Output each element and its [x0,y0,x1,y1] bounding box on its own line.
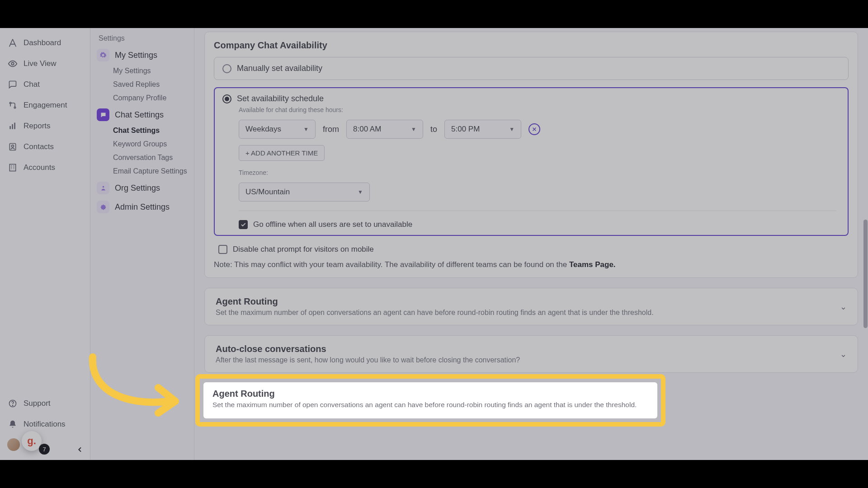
add-another-time-button[interactable]: + ADD ANOTHER TIME [239,145,325,161]
availability-option-schedule[interactable]: Set availability schedule Available for … [214,87,849,236]
nav-label: Live View [24,59,56,68]
recorder-count-badge: 7 [39,444,50,455]
from-label: from [323,125,339,134]
from-time-select[interactable]: 8:00 AM ▼ [346,120,423,139]
divider [239,211,836,211]
caret-down-icon: ▼ [358,189,363,195]
scrollbar-thumb[interactable] [863,220,868,328]
svg-point-11 [102,186,104,188]
nav-engagement[interactable]: Engagement [0,95,90,116]
settings-sub-saved-replies[interactable]: Saved Replies [97,80,188,89]
settings-heading: Settings [97,34,188,42]
chevron-left-icon [76,446,84,453]
settings-group-chat-settings[interactable]: Chat Settings [97,108,188,121]
group-label: Chat Settings [115,110,164,120]
nav-accounts[interactable]: Accounts [0,157,90,178]
nav-dashboard[interactable]: Dashboard [0,33,90,53]
nav-label: Support [24,399,51,408]
gear-icon [97,49,109,61]
settings-sub-company-profile[interactable]: Company Profile [97,94,188,102]
avatar [7,438,20,451]
settings-sub-chat-settings[interactable]: Chat Settings [97,127,188,135]
svg-point-1 [9,102,11,103]
nav-label: Notifications [24,420,66,429]
teams-note: Note: This may conflict with your team a… [214,260,849,269]
svg-point-10 [12,405,13,406]
chat-icon [7,79,18,90]
settings-sub-email-capture[interactable]: Email Capture Settings [97,167,188,175]
checkbox-label: Disable chat prompt for visitors on mobi… [233,245,374,254]
group-label: Admin Settings [115,202,170,212]
nav-support[interactable]: Support [0,393,90,414]
accordion-title: Agent Routing [216,296,833,307]
nav-label: Dashboard [24,38,61,47]
svg-rect-8 [9,164,15,171]
bell-icon [7,419,18,430]
accordion-title: Auto-close conversations [216,344,833,354]
auto-close-accordion[interactable]: Auto-close conversations After the last … [204,335,858,373]
primary-nav: Dashboard Live View Chat Engagement [0,28,90,460]
chevron-down-icon: ⌄ [840,349,847,359]
card-title: Company Chat Availability [214,40,849,51]
option-label: Manually set availability [237,64,322,73]
nav-label: Reports [24,122,51,131]
admin-icon [97,201,109,213]
bar-chart-icon [7,121,18,131]
nav-chat[interactable]: Chat [0,74,90,95]
nav-label: Engagement [24,101,67,110]
disable-mobile-checkbox-row[interactable]: Disable chat prompt for visitors on mobi… [218,245,847,254]
svg-point-2 [14,107,15,108]
settings-sub-my-settings[interactable]: My Settings [97,67,188,75]
check-icon [240,221,246,228]
select-value: US/Mountain [245,188,290,197]
nav-label: Contacts [24,142,54,151]
timezone-select[interactable]: US/Mountain ▼ [239,183,370,202]
settings-sub-keyword-groups[interactable]: Keyword Groups [97,140,188,148]
help-icon [7,398,18,409]
remove-time-row-button[interactable] [528,123,540,135]
nav-live-view[interactable]: Live View [0,53,90,74]
nav-reports[interactable]: Reports [0,116,90,136]
hours-heading: Available for chat during these hours: [239,106,836,113]
option-label: Set availability schedule [237,94,324,103]
group-label: Org Settings [115,183,160,193]
nav-contacts[interactable]: Contacts [0,136,90,157]
svg-rect-4 [12,124,13,129]
checkbox-label: Go offline when all users are set to una… [253,220,412,229]
agent-routing-accordion[interactable]: Agent Routing Set the maximum number of … [204,288,858,325]
caret-down-icon: ▼ [303,126,309,132]
radio-checked-icon [222,94,231,103]
weekday-select[interactable]: Weekdays ▼ [239,120,316,139]
nav-label: Chat [24,80,40,89]
group-label: My Settings [115,51,157,60]
settings-group-org-settings[interactable]: Org Settings [97,182,188,194]
caret-down-icon: ▼ [509,126,514,132]
chevron-down-icon: ⌄ [840,302,847,312]
accordion-desc: After the last message is sent, how long… [216,356,833,364]
caret-down-icon: ▼ [411,126,416,132]
checkbox-checked-icon [239,220,248,229]
select-value: 8:00 AM [353,125,381,134]
x-icon [532,127,537,132]
go-offline-checkbox-row[interactable]: Go offline when all users are set to una… [239,220,836,229]
settings-group-my-settings[interactable]: My Settings [97,49,188,61]
svg-rect-3 [9,126,11,129]
nav-notifications[interactable]: Notifications [0,414,90,435]
to-time-select[interactable]: 5:00 PM ▼ [444,120,521,139]
contact-icon [7,141,18,152]
building-icon [7,162,18,173]
eye-icon [7,58,18,69]
teams-page-link[interactable]: Teams Page. [569,260,616,269]
settings-nav: Settings My Settings My Settings Saved R… [90,28,194,460]
availability-option-manual[interactable]: Manually set availability [214,57,849,80]
logo-icon [7,38,18,48]
checkbox-unchecked-icon [218,245,227,254]
route-icon [7,100,18,111]
company-availability-card: Company Chat Availability Manually set a… [204,32,858,278]
accordion-desc: Set the maximum number of open conversat… [216,309,833,317]
settings-sub-conversation-tags[interactable]: Conversation Tags [97,154,188,162]
settings-group-admin-settings[interactable]: Admin Settings [97,201,188,213]
org-icon [97,182,109,194]
collapse-nav-button[interactable] [76,446,84,455]
svg-point-0 [11,62,14,65]
